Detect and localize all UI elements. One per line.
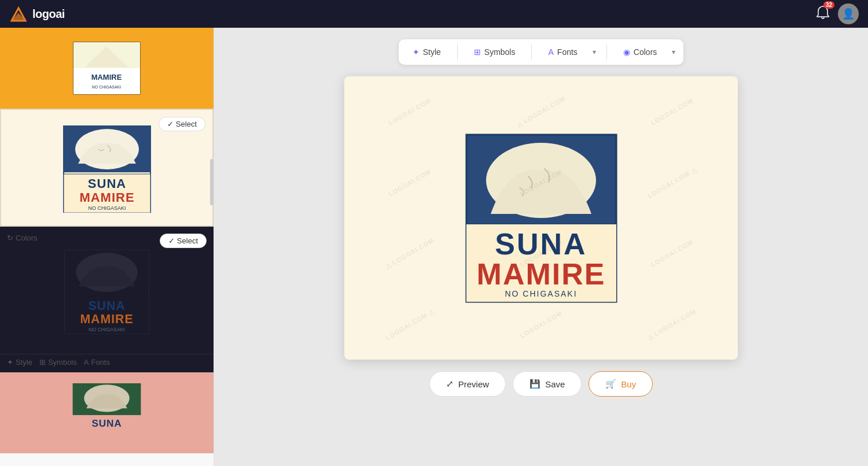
logo-card-salmon[interactable]: SUNA (0, 372, 214, 453)
watermark-cell: LOGOAI.COM (344, 119, 484, 246)
svg-text:SUNA: SUNA (87, 176, 126, 191)
svg-text:MAMIRE: MAMIRE (476, 257, 605, 291)
divider-3 (606, 44, 607, 60)
style-tab-footer[interactable]: ✦ Style (7, 358, 32, 367)
svg-text:MAMIRE: MAMIRE (79, 190, 134, 205)
symbols-tab-footer[interactable]: ⊞ Symbols (39, 358, 77, 367)
symbols-button[interactable]: ⊞ Symbols (464, 43, 526, 61)
logo-card-dark[interactable]: ↻ Colors ✓ Select SUNA MAMIR (0, 227, 214, 372)
fonts-tab-footer[interactable]: A Fonts (84, 358, 110, 367)
topbar: logoai 32 👤 (0, 0, 868, 28)
watermark-cell: LOGOAI.COM △ (344, 261, 484, 360)
preview-icon: ⤢ (446, 379, 454, 389)
svg-text:NO CHIGASAKI: NO CHIGASAKI (88, 205, 126, 211)
notification-count: 32 (823, 1, 834, 9)
logo-thumbnail-dark: SUNA MAMIRE NO CHIGASAKI (62, 246, 152, 335)
colors-refresh-button[interactable]: ↻ Colors (7, 234, 38, 242)
select-button-cream[interactable]: ✓ Select (159, 117, 205, 131)
watermark-cell: LOGOAI.COM △ (598, 119, 738, 246)
content-area: ✦ Style ⊞ Symbols A Fonts ▾ ◉ Colors (214, 28, 868, 466)
buy-icon: 🛒 (605, 379, 616, 389)
check-icon-dark: ✓ (168, 236, 175, 245)
topbar-right: 32 👤 (815, 3, 859, 24)
fonts-icon-footer: A (84, 358, 89, 367)
card-footer-tabs: ✦ Style ⊞ Symbols A Fonts (0, 354, 214, 372)
divider-1 (457, 44, 458, 60)
svg-text:MAMIRE: MAMIRE (80, 312, 133, 326)
fonts-chevron[interactable]: ▾ (588, 43, 601, 61)
main-layout: MAMIRE NO CHIGASAKI ✓ Select (0, 28, 868, 466)
watermark-cell: △ LOGOAI.COM (344, 190, 484, 317)
svg-text:SUNA: SUNA (495, 227, 587, 261)
app-logo-text: logoai (32, 8, 65, 21)
svg-text:NO CHIGASAKI: NO CHIGASAKI (89, 326, 125, 332)
divider-2 (531, 44, 532, 60)
refresh-icon: ↻ (7, 234, 13, 242)
watermark-cell: LOGOAI.COM (598, 190, 738, 317)
symbols-icon-footer: ⊞ (39, 358, 46, 367)
logo-thumbnail-salmon: SUNA (62, 381, 152, 445)
svg-text:MAMIRE: MAMIRE (91, 73, 122, 82)
svg-text:NO CHIGASAKI: NO CHIGASAKI (505, 289, 577, 298)
colors-button[interactable]: ◉ Colors (613, 43, 667, 61)
check-icon: ✓ (167, 120, 174, 128)
watermark-cell: △ LOGOAI.COM (598, 261, 738, 360)
logo-area: logoai (9, 5, 65, 23)
toolbar: ✦ Style ⊞ Symbols A Fonts ▾ ◉ Colors (399, 39, 684, 65)
colors-chevron[interactable]: ▾ (667, 43, 680, 61)
watermark-cell: LOGOAI.COM (598, 76, 738, 175)
fonts-group: A Fonts ▾ (538, 43, 600, 61)
logo-card-orange[interactable]: MAMIRE NO CHIGASAKI (0, 28, 214, 109)
svg-text:NO CHIGASAKI: NO CHIGASAKI (92, 85, 122, 89)
main-preview: LOGOAI.COM △ LOGOAI.COM LOGOAI.COM LOGOA… (344, 76, 738, 360)
save-button[interactable]: 💾 Save (513, 371, 582, 397)
logo-thumbnail-cream: SUNA MAMIRE NO CHIGASAKI (61, 123, 153, 213)
logo-card-cream[interactable]: ✓ Select SUNA MAMIRE (0, 109, 214, 227)
style-icon-footer: ✦ (7, 358, 13, 367)
user-avatar[interactable]: 👤 (838, 3, 859, 24)
select-button-dark[interactable]: ✓ Select (160, 234, 207, 248)
colors-group: ◉ Colors ▾ (613, 43, 680, 61)
svg-text:SUNA: SUNA (91, 417, 122, 429)
notification-button[interactable]: 32 (815, 5, 831, 23)
buy-button[interactable]: 🛒 Buy (589, 371, 653, 397)
save-icon: 💾 (529, 379, 540, 389)
sidebar: MAMIRE NO CHIGASAKI ✓ Select (0, 28, 214, 466)
fonts-button[interactable]: A Fonts (538, 43, 587, 61)
action-bar: ⤢ Preview 💾 Save 🛒 Buy (429, 371, 653, 397)
style-icon: ✦ (413, 47, 420, 57)
style-button[interactable]: ✦ Style (402, 43, 451, 61)
svg-text:SUNA: SUNA (88, 298, 125, 312)
preview-button[interactable]: ⤢ Preview (429, 371, 506, 397)
symbols-icon: ⊞ (474, 47, 481, 57)
colors-icon: ◉ (623, 47, 630, 57)
watermark-cell: LOGOAI.COM (344, 76, 484, 175)
logoai-icon (9, 5, 28, 23)
logo-thumbnail-orange: MAMIRE NO CHIGASAKI (62, 39, 152, 97)
scroll-handle[interactable] (210, 159, 214, 205)
main-logo-svg: SUNA MAMIRE NO CHIGASAKI (465, 133, 618, 304)
fonts-icon: A (548, 47, 553, 57)
